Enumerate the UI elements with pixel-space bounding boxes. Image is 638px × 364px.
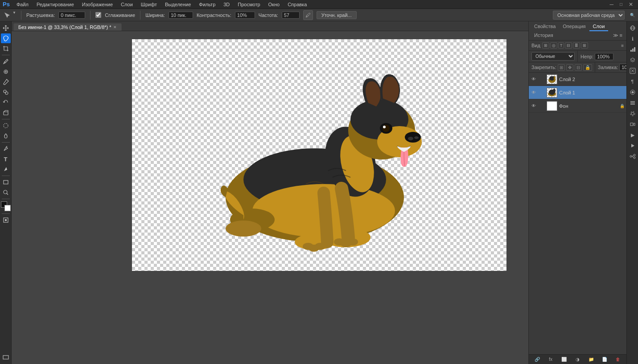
far-right-btn-7[interactable] <box>628 87 638 97</box>
tab-properties[interactable]: Свойства <box>531 22 559 31</box>
far-right-btn-13[interactable] <box>628 151 638 161</box>
blend-opacity-row: Обычные Непр: <box>529 51 626 62</box>
add-mask-button[interactable]: ⬜ <box>560 357 568 362</box>
lock-label: Закрепить: <box>531 65 556 70</box>
frequency-input[interactable] <box>282 12 300 19</box>
bg-visibility[interactable]: 👁 <box>531 103 537 108</box>
layer-2-visibility[interactable]: 👁 <box>531 77 537 82</box>
zoom-tool[interactable] <box>1 188 11 197</box>
new-group-button[interactable]: 📁 <box>587 357 595 362</box>
layer-1-visibility[interactable]: 👁 <box>531 90 537 95</box>
view-icon-2[interactable]: ◎ <box>550 42 557 49</box>
new-layer-button[interactable]: 📄 <box>601 357 609 362</box>
menu-file[interactable]: Файл <box>13 1 32 8</box>
layer-1-name: Слой 1 <box>559 90 625 95</box>
document-tab[interactable]: Без имени-1 @ 33,3% (Слой 1, RGB/8*) * ✕ <box>13 23 122 31</box>
svg-point-2 <box>5 92 8 94</box>
window-minimize[interactable]: ─ <box>607 1 616 8</box>
lock-icon-all[interactable]: 🔒 <box>583 64 592 71</box>
color-swatches[interactable] <box>1 201 11 211</box>
quick-mask-tool[interactable] <box>1 215 11 225</box>
workspace-select[interactable]: Основная рабочая среда <box>553 11 625 20</box>
svg-rect-5 <box>4 180 8 184</box>
far-right-btn-10[interactable] <box>628 119 638 129</box>
tab-layers[interactable]: Слои <box>589 22 609 31</box>
eraser-tool[interactable] <box>1 108 11 118</box>
tool-sep-5 <box>2 199 10 199</box>
move-tool[interactable] <box>1 23 11 33</box>
far-right-btn-1[interactable] <box>628 23 638 33</box>
brush-tool[interactable] <box>1 77 11 87</box>
width-input[interactable] <box>169 12 193 19</box>
lock-icon-position[interactable]: ✥ <box>566 64 573 71</box>
view-icon-3[interactable]: T <box>558 42 564 49</box>
far-right-btn-3[interactable] <box>628 45 638 54</box>
layer-item-2[interactable]: 👁 Слой 2 <box>529 73 626 86</box>
canvas-document[interactable] <box>132 39 506 271</box>
clone-tool[interactable] <box>1 87 11 97</box>
layers-panel: Свойства Операция Слои История ≫ ≡ Вид ⊞… <box>528 21 626 364</box>
svg-point-29 <box>408 137 413 140</box>
tab-operations[interactable]: Операция <box>559 22 589 31</box>
contrast-input[interactable] <box>235 12 255 19</box>
blend-mode-select[interactable]: Обычные <box>531 52 575 61</box>
far-right-btn-11[interactable]: ▶ <box>628 130 638 140</box>
stylus-icon[interactable]: 🖊 <box>303 10 313 20</box>
blur-tool[interactable] <box>1 121 11 131</box>
menu-select[interactable]: Выделение <box>162 1 194 8</box>
menu-bar: Ps Файл Редактирование Изображение Слои … <box>0 0 638 9</box>
panel-more-button[interactable]: ≫ ≡ <box>611 31 625 40</box>
refine-edge-button[interactable]: Уточн. край... <box>317 11 357 19</box>
menu-image[interactable]: Изображение <box>79 1 116 8</box>
layer-item-1[interactable]: 👁 Слой 1 <box>529 86 626 99</box>
opacity-input[interactable] <box>595 53 613 60</box>
lock-icon-artboard[interactable]: ⊟ <box>575 64 582 71</box>
far-right-btn-9[interactable] <box>628 109 638 119</box>
text-tool[interactable]: T <box>1 154 11 164</box>
anti-alias-checkbox[interactable] <box>95 12 101 18</box>
crop-tool[interactable] <box>1 44 11 53</box>
menu-window[interactable]: Окно <box>265 1 283 8</box>
window-maximize[interactable]: □ <box>617 2 625 7</box>
feather-input[interactable] <box>58 12 85 19</box>
lasso-tool[interactable] <box>1 33 11 43</box>
search-icon[interactable]: 🔍 <box>629 11 635 20</box>
menu-3d[interactable]: 3D <box>220 1 233 8</box>
menu-font[interactable]: Шрифт <box>138 1 160 8</box>
delete-layer-button[interactable]: 🗑 <box>614 357 622 362</box>
menu-edit[interactable]: Редактирование <box>33 1 77 8</box>
far-right-btn-8[interactable] <box>628 98 638 108</box>
pen-tool[interactable] <box>1 144 11 154</box>
far-right-btn-12[interactable] <box>628 141 638 151</box>
dodge-tool[interactable] <box>1 131 11 141</box>
layer-effects-button[interactable]: fx <box>547 357 555 362</box>
document-tab-close[interactable]: ✕ <box>113 25 117 29</box>
menu-help[interactable]: Справка <box>284 1 310 8</box>
background-color[interactable] <box>4 205 11 211</box>
healing-tool[interactable] <box>1 67 11 77</box>
link-layers-button[interactable]: 🔗 <box>533 357 541 362</box>
view-icon-5[interactable]: ≣ <box>573 42 580 49</box>
tab-history[interactable]: История <box>531 31 557 40</box>
history-brush-tool[interactable] <box>1 98 11 107</box>
eyedropper-tool[interactable] <box>1 57 11 66</box>
path-selection-tool[interactable] <box>1 164 11 174</box>
far-right-btn-5[interactable] <box>628 66 638 76</box>
view-icon-4[interactable]: ⊟ <box>565 42 572 49</box>
change-screen-mode[interactable] <box>1 352 11 362</box>
far-right-btn-4[interactable] <box>628 55 638 65</box>
rectangle-tool[interactable] <box>1 177 11 187</box>
svg-point-30 <box>414 136 419 139</box>
menu-view[interactable]: Просмотр <box>235 1 263 8</box>
far-right-btn-2[interactable]: ℹ <box>628 34 638 44</box>
lock-icon-pixels[interactable]: ⊞ <box>558 64 565 71</box>
layer-background[interactable]: 👁 Фон 🔒 <box>529 99 626 113</box>
window-close[interactable]: ✕ <box>626 1 635 8</box>
panel-options-icon[interactable]: ≡ <box>621 43 624 48</box>
view-icon-6[interactable]: ⊞ <box>581 42 588 49</box>
view-icon-1[interactable]: ⊞ <box>542 42 549 49</box>
adjustment-layer-button[interactable]: ◑ <box>573 357 581 362</box>
menu-filter[interactable]: Фильтр <box>196 1 218 8</box>
menu-layers[interactable]: Слои <box>118 1 136 8</box>
far-right-btn-6[interactable]: ¶ <box>628 77 638 86</box>
